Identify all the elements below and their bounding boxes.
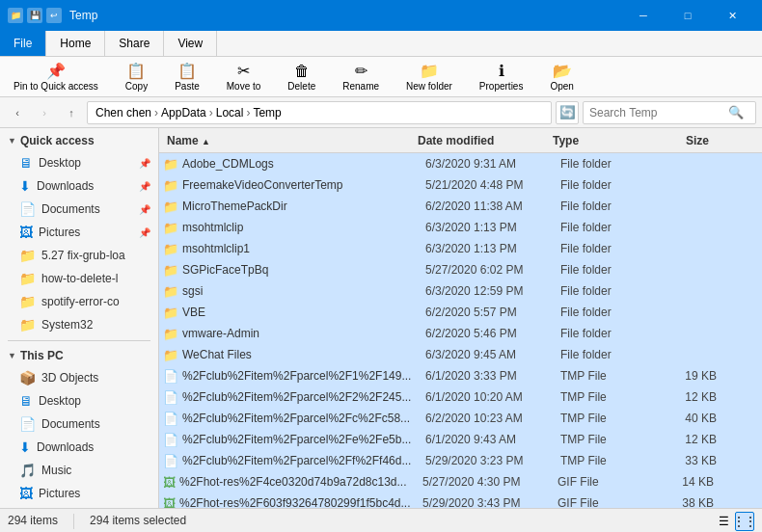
table-row[interactable]: 📄 %2Fclub%2Fitem%2Fparcel%2F2%2F245... 6… [159, 386, 762, 408]
tab-file[interactable]: File [0, 31, 46, 56]
back-button[interactable]: ‹ [6, 101, 29, 124]
file-date: 6/1/2020 10:20 AM [422, 390, 557, 404]
file-name: vmware-Admin [182, 327, 422, 340]
tab-view[interactable]: View [164, 31, 217, 56]
table-row[interactable]: 📄 %2Fclub%2Fitem%2Fparcel%2Fe%2Fe5b... 6… [159, 429, 762, 450]
search-input[interactable] [589, 106, 724, 120]
table-row[interactable]: 📁 msohtmlclip1 6/3/2020 1:13 PM File fol… [159, 238, 762, 259]
table-row[interactable]: 📁 FreemakeVideoConverterTemp 5/21/2020 4… [159, 174, 762, 196]
rename-label: Rename [342, 81, 379, 92]
sidebar-item-downloads-qa[interactable]: ⬇ Downloads 📌 [0, 174, 158, 198]
file-type: File folder [557, 263, 653, 277]
forward-button[interactable]: › [33, 101, 56, 124]
file-icon: 🖼 [163, 496, 176, 509]
file-type: File folder [557, 221, 653, 234]
table-row[interactable]: 📁 WeChat Files 6/3/2020 9:45 AM File fol… [159, 344, 762, 365]
how-to-delete-icon: 📁 [19, 271, 36, 286]
file-date: 6/2/2020 5:57 PM [422, 306, 557, 319]
col-header-type[interactable]: Type [549, 134, 645, 147]
table-row[interactable]: 📁 VBE 6/2/2020 5:57 PM File folder [159, 302, 762, 323]
file-name: %2Fhot-res%2F603f93264780299f1f5bc4d... [179, 496, 419, 508]
col-header-date[interactable]: Date modified [414, 134, 549, 147]
table-row[interactable]: 📁 msohtmlclip 6/3/2020 1:13 PM File fold… [159, 217, 762, 238]
sidebar-item-videos[interactable]: 🎬 Videos [0, 505, 158, 508]
sidebar-item-documents-qa[interactable]: 📄 Documents 📌 [0, 198, 158, 221]
fix-grub-label: 5.27 fix-grub-loa [41, 249, 125, 262]
sidebar-item-desktop-pc[interactable]: 🖥 Desktop [0, 389, 158, 412]
fix-grub-icon: 📁 [19, 248, 36, 263]
table-row[interactable]: 📄 %2Fclub%2Fitem%2Fparcel%2Fc%2Fc58... 6… [159, 408, 762, 429]
file-type: File folder [557, 242, 653, 255]
up-button[interactable]: ↑ [60, 101, 83, 124]
table-row[interactable]: 📁 MicroThemePackDir 6/2/2020 11:38 AM Fi… [159, 196, 762, 217]
file-date: 6/1/2020 9:43 AM [422, 433, 557, 446]
file-icon: 📄 [163, 433, 178, 447]
table-row[interactable]: 🖼 %2Fhot-res%2F4ce0320d74b9a72d8c13d... … [159, 471, 762, 492]
refresh-button[interactable]: 🔄 [556, 101, 579, 124]
table-row[interactable]: 📄 %2Fclub%2Fitem%2Fparcel%2F1%2F149... 6… [159, 365, 762, 386]
sidebar-item-system32[interactable]: 📁 System32 [0, 313, 158, 336]
sidebar-header-quickaccess[interactable]: ▼ Quick access [0, 130, 158, 151]
close-button[interactable]: ✕ [710, 0, 754, 31]
sidebar-item-pictures-qa[interactable]: 🖼 Pictures 📌 [0, 221, 158, 244]
file-name: %2Fclub%2Fitem%2Fparcel%2F1%2F149... [182, 369, 422, 383]
col-header-size[interactable]: Size [645, 134, 713, 147]
new-folder-button[interactable]: 📁 New folder [400, 60, 458, 93]
table-row[interactable]: 📁 Adobe_CDMLogs 6/3/2020 9:31 AM File fo… [159, 153, 762, 174]
sidebar-item-downloads-pc[interactable]: ⬇ Downloads [0, 436, 158, 459]
pin-to-quickaccess-button[interactable]: 📌 Pin to Quick access [8, 60, 104, 93]
table-row[interactable]: 📁 sgsi 6/3/2020 12:59 PM File folder [159, 280, 762, 302]
tab-share[interactable]: Share [105, 31, 164, 56]
path-item-temp: Temp [253, 106, 281, 120]
table-row[interactable]: 🖼 %2Fhot-res%2F603f93264780299f1f5bc4d..… [159, 492, 762, 508]
col-header-name[interactable]: Name [163, 134, 414, 147]
file-name: msohtmlclip1 [182, 242, 422, 255]
pictures-qa-label: Pictures [39, 226, 80, 239]
path-item-local: Local [216, 106, 244, 120]
title-icon-1: 📁 [8, 8, 23, 23]
details-view-button[interactable]: ☰ [714, 512, 733, 531]
move-to-button[interactable]: ✂ Move to [221, 60, 267, 93]
file-type: TMP File [557, 454, 653, 467]
sidebar-item-fix-grub[interactable]: 📁 5.27 fix-grub-loa [0, 244, 158, 267]
3d-objects-label: 3D Objects [41, 371, 98, 385]
status-bar: 294 items 294 items selected ☰ ⋮⋮ [0, 508, 762, 532]
file-type: File folder [557, 200, 653, 213]
quickaccess-label: Quick access [20, 134, 95, 147]
maximize-button[interactable]: □ [666, 0, 710, 31]
system32-label: System32 [41, 318, 93, 332]
sidebar-item-desktop-qa[interactable]: 🖥 Desktop 📌 [0, 151, 158, 174]
file-type: File folder [557, 327, 653, 340]
table-row[interactable]: 📁 vmware-Admin 6/2/2020 5:46 PM File fol… [159, 323, 762, 344]
sidebar-item-3d-objects[interactable]: 📦 3D Objects [0, 366, 158, 389]
file-name: SGPicFaceTpBq [182, 263, 422, 277]
list-view-button[interactable]: ⋮⋮ [735, 512, 754, 531]
ribbon-actions: 📌 Pin to Quick access 📋 Copy 📋 Paste ✂ M… [0, 57, 762, 97]
rename-button[interactable]: ✏ Rename [337, 60, 385, 93]
tab-home[interactable]: Home [46, 31, 105, 56]
file-name: msohtmlclip [182, 221, 422, 234]
sidebar-item-how-to-delete[interactable]: 📁 how-to-delete-l [0, 267, 158, 290]
window-controls: ─ □ ✕ [621, 0, 754, 31]
properties-button[interactable]: ℹ Properties [474, 60, 530, 93]
copy-button[interactable]: 📋 Copy [120, 60, 153, 93]
sidebar-header-thispc[interactable]: ▼ This PC [0, 345, 158, 366]
sidebar-item-pictures-pc[interactable]: 🖼 Pictures [0, 482, 158, 505]
table-row[interactable]: 📄 %2Fclub%2Fitem%2Fparcel%2Ff%2Ff46d... … [159, 450, 762, 471]
desktop-qa-icon: 🖥 [19, 155, 33, 171]
copy-icon: 📋 [126, 62, 146, 80]
address-path[interactable]: Chen chen › AppData › Local › Temp [87, 101, 552, 124]
delete-button[interactable]: 🗑 Delete [282, 61, 321, 93]
sidebar-item-music[interactable]: 🎵 Music [0, 459, 158, 482]
paste-button[interactable]: 📋 Paste [169, 60, 205, 93]
table-row[interactable]: 📁 SGPicFaceTpBq 5/27/2020 6:02 PM File f… [159, 259, 762, 280]
pin-label: Pin to Quick access [14, 81, 98, 92]
open-button[interactable]: 📂 Open [544, 60, 579, 93]
sidebar-item-spotify-error[interactable]: 📁 spotify-error-co [0, 290, 158, 313]
title-bar-icons: 📁 💾 ↩ [8, 8, 62, 23]
file-list[interactable]: 📁 Adobe_CDMLogs 6/3/2020 9:31 AM File fo… [159, 153, 762, 508]
file-type: File folder [557, 178, 653, 192]
spotify-error-label: spotify-error-co [41, 295, 120, 308]
minimize-button[interactable]: ─ [621, 0, 666, 31]
sidebar-item-documents-pc[interactable]: 📄 Documents [0, 412, 158, 436]
